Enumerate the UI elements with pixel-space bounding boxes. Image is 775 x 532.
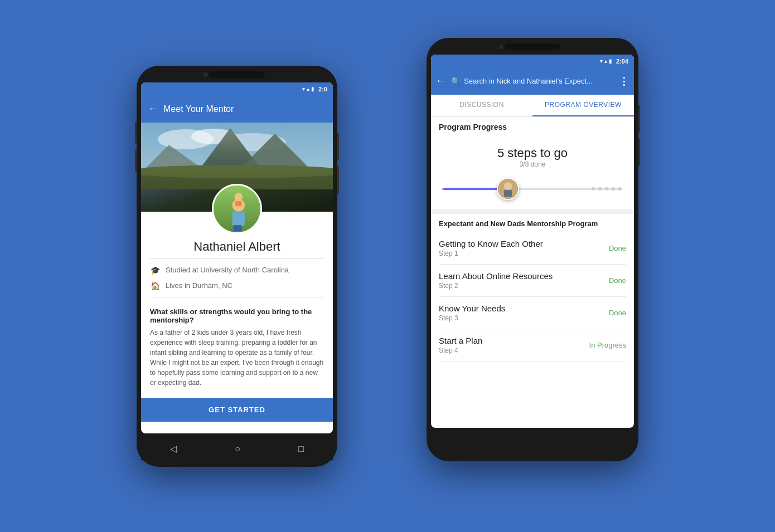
step-status-4: In Progress <box>589 341 626 349</box>
wifi-icon-left: ▾ <box>302 86 305 92</box>
side-btn-top-right <box>638 105 640 133</box>
step-info-3: Know Your Needs Step 3 <box>439 304 505 322</box>
profile-name: Nathaniel Albert <box>141 240 333 254</box>
svg-point-12 <box>234 193 243 201</box>
side-btn-mid-right <box>638 138 640 166</box>
back-arrow-left[interactable]: ← <box>148 103 158 115</box>
search-icon: 🔍 <box>451 77 461 86</box>
steps-to-go: 5 steps to go <box>439 146 626 160</box>
nav-recents-left[interactable]: □ <box>298 444 304 454</box>
phone-notch-right <box>505 43 560 50</box>
divider-2 <box>150 297 324 297</box>
side-btn-mid-left <box>337 166 339 194</box>
time-right: 2:04 <box>616 58 628 65</box>
tab-program-overview-label: PROGRAM OVERVIEW <box>545 101 622 109</box>
dot-3 <box>605 187 608 191</box>
phone-screen-right: ▾ ▴ ▮ 2:04 ← 🔍 Search in Nick and Nathan… <box>431 55 634 428</box>
vol-up-left <box>135 121 137 144</box>
step-info-1: Getting to Know Each Other Step 1 <box>439 239 543 257</box>
step-info-2: Learn About Online Resources Step 2 <box>439 271 553 290</box>
tab-program-overview[interactable]: PROGRAM OVERVIEW <box>532 95 634 116</box>
phone-screen-left: ▾ ▴ ▮ 2:0 ← Meet Your Mentor <box>141 82 333 433</box>
dot-2 <box>598 187 602 191</box>
step-num-1: Step 1 <box>439 250 543 257</box>
search-bar[interactable]: 🔍 Search in Nick and Nathaniel's Expect.… <box>449 77 616 86</box>
battery-icon-right: ▮ <box>609 58 612 64</box>
screen-title-left: Meet Your Mentor <box>163 104 326 114</box>
avatar-container <box>141 184 333 234</box>
step-name-1: Getting to Know Each Other <box>439 239 543 248</box>
step-name-4: Start a Plan <box>439 336 482 345</box>
steps-section: Expectant and New Dads Mentorship Progra… <box>431 214 634 365</box>
step-num-4: Step 4 <box>439 346 482 354</box>
done-fraction: 3/8 done <box>439 160 626 168</box>
search-text: Search in Nick and Nathaniel's Expect... <box>464 77 593 85</box>
status-bar-right: ▾ ▴ ▮ 2:04 <box>431 55 634 68</box>
search-context: Nick and Nathaniel's Expect... <box>497 77 593 85</box>
dot-1 <box>592 187 595 191</box>
step-num-2: Step 2 <box>439 282 553 290</box>
step-name-3: Know Your Needs <box>439 304 505 313</box>
status-icons-left: ▾ ▴ ▮ 2:0 <box>302 86 327 92</box>
progress-arrow-icon: ← <box>440 184 449 194</box>
step-name-2: Learn About Online Resources <box>439 271 553 281</box>
location-icon: 🏠 <box>150 281 160 290</box>
signal-icon-right: ▴ <box>604 58 607 64</box>
battery-icon-left: ▮ <box>311 86 314 92</box>
more-options-icon[interactable]: ⋮ <box>619 75 629 87</box>
step-info-4: Start a Plan Step 4 <box>439 336 482 354</box>
dot-4 <box>612 187 615 191</box>
phone-left: ▾ ▴ ▮ 2:0 ← Meet Your Mentor <box>137 66 337 467</box>
step-item-1[interactable]: Getting to Know Each Other Step 1 Done <box>439 232 626 265</box>
step-item-4[interactable]: Start a Plan Step 4 In Progress <box>439 329 626 362</box>
svg-rect-19 <box>504 189 512 197</box>
tab-discussion[interactable]: DISCUSSION <box>431 95 532 116</box>
progress-bar-container: ← <box>439 175 626 203</box>
dot-5 <box>618 187 622 191</box>
status-bar-left: ▾ ▴ ▮ 2:0 <box>141 82 333 96</box>
nav-back-left[interactable]: ◁ <box>170 443 177 454</box>
question-title: What skills or strengths would you bring… <box>150 308 324 324</box>
location-row: 🏠 Lives in Durham, NC <box>141 278 333 294</box>
step-status-2: Done <box>609 276 626 285</box>
education-icon: 🎓 <box>150 266 160 275</box>
bottom-nav-left: ◁ ○ □ <box>141 438 333 460</box>
svg-rect-14 <box>233 224 237 231</box>
phone-notch-left <box>209 71 265 78</box>
tab-discussion-label: DISCUSSION <box>459 101 504 109</box>
search-prefix: Search in <box>464 77 495 85</box>
nav-home-left[interactable]: ○ <box>235 444 240 454</box>
education-row: 🎓 Studied at University of North Carolin… <box>141 262 333 278</box>
svg-rect-11 <box>232 211 245 226</box>
question-answer: As a father of 2 kids under 3 years old,… <box>150 328 324 388</box>
phone-camera-right <box>499 45 503 49</box>
svg-point-17 <box>504 182 512 190</box>
status-icons-right: ▾ ▴ ▮ 2:04 <box>600 58 628 65</box>
get-started-button[interactable]: GET STARTED <box>141 398 333 422</box>
step-item-3[interactable]: Know Your Needs Step 3 Done <box>439 297 626 329</box>
wifi-icon-right: ▾ <box>600 58 603 64</box>
steps-section-label: Expectant and New Dads Mentorship Progra… <box>439 219 626 228</box>
divider-1 <box>150 258 324 259</box>
side-btn-top-left <box>337 133 339 160</box>
time-left: 2:0 <box>318 86 327 92</box>
svg-rect-15 <box>238 224 241 231</box>
location-text: Lives in Durham, NC <box>166 281 232 290</box>
progress-thumb <box>497 178 519 200</box>
program-progress-title: Program Progress <box>439 123 626 131</box>
step-item-2[interactable]: Learn About Online Resources Step 2 Done <box>439 265 626 297</box>
question-section: What skills or strengths would you bring… <box>141 301 333 392</box>
progress-dots <box>592 187 622 191</box>
program-section: Program Progress <box>431 117 634 139</box>
vol-down-left <box>135 149 137 172</box>
education-text: Studied at University of North Carolina <box>166 266 289 274</box>
phone-right: ▾ ▴ ▮ 2:04 ← 🔍 Search in Nick and Nathan… <box>427 38 638 461</box>
svg-rect-13 <box>235 201 241 206</box>
avatar-left <box>212 184 262 234</box>
phones-container: ▾ ▴ ▮ 2:0 ← Meet Your Mentor <box>137 38 638 495</box>
app-bar-right: ← 🔍 Search in Nick and Nathaniel's Expec… <box>431 68 634 95</box>
signal-icon-left: ▴ <box>307 86 309 92</box>
tabs-bar: DISCUSSION PROGRAM OVERVIEW <box>431 95 634 117</box>
app-bar-left: ← Meet Your Mentor <box>141 96 333 123</box>
back-arrow-right[interactable]: ← <box>435 75 445 87</box>
